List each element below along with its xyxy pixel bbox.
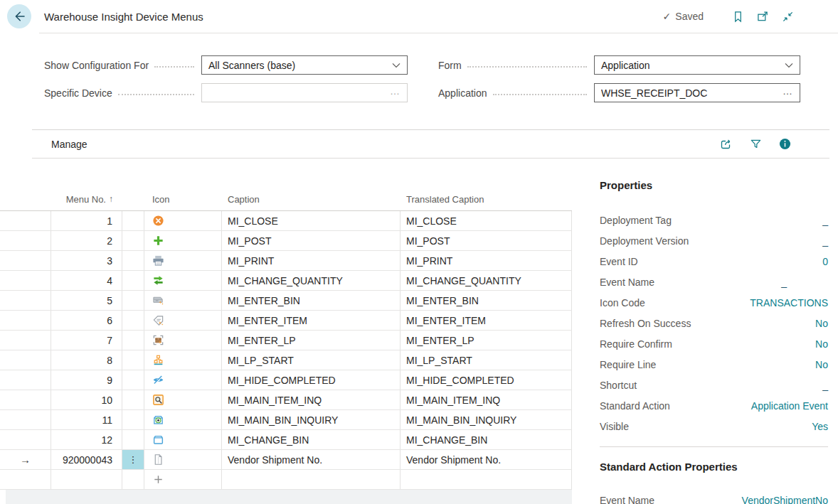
- column-header-translated-caption[interactable]: Translated Caption: [401, 188, 572, 210]
- row-selector-cell[interactable]: [0, 251, 51, 270]
- specific-device-field[interactable]: …: [201, 83, 408, 102]
- row-selector-cell[interactable]: [0, 311, 51, 330]
- popout-button[interactable]: [753, 7, 772, 26]
- translated-caption-cell[interactable]: MI_POST: [401, 231, 572, 250]
- icon-cell[interactable]: [144, 331, 222, 350]
- column-header-caption[interactable]: Caption: [222, 188, 401, 210]
- icon-cell[interactable]: [144, 430, 222, 449]
- property-value[interactable]: 0: [822, 256, 828, 267]
- menu-no-cell[interactable]: 3: [51, 251, 122, 270]
- row-menu-cell[interactable]: [122, 271, 144, 290]
- property-value[interactable]: No: [815, 318, 828, 329]
- translated-caption-cell[interactable]: MI_MAIN_ITEM_INQ: [401, 390, 572, 409]
- caption-cell[interactable]: MI_CHANGE_QUANTITY: [222, 271, 401, 290]
- menu-no-cell[interactable]: 920000043: [51, 450, 122, 469]
- caption-cell[interactable]: MI_ENTER_LP: [222, 331, 401, 350]
- menu-no-cell[interactable]: 11: [51, 410, 122, 429]
- caption-cell[interactable]: MI_POST: [222, 231, 401, 250]
- assist-edit-icon[interactable]: …: [390, 86, 401, 100]
- caption-cell[interactable]: MI_CLOSE: [222, 211, 401, 230]
- row-menu-cell[interactable]: [122, 251, 144, 270]
- row-selector-cell[interactable]: [0, 271, 51, 290]
- translated-caption-cell[interactable]: MI_ENTER_LP: [401, 331, 572, 350]
- caption-cell[interactable]: MI_CHANGE_BIN: [222, 430, 401, 449]
- translated-caption-cell[interactable]: MI_ENTER_BIN: [401, 291, 572, 310]
- menu-no-cell[interactable]: 5: [51, 291, 122, 310]
- collapse-button[interactable]: [778, 7, 797, 26]
- row-menu-cell[interactable]: [122, 470, 144, 489]
- property-value[interactable]: Application Event: [751, 400, 828, 412]
- row-menu-cell[interactable]: [122, 410, 144, 429]
- menu-no-cell[interactable]: 4: [51, 271, 122, 290]
- menu-no-cell[interactable]: [51, 470, 122, 489]
- caption-cell[interactable]: MI_HIDE_COMPLETED: [222, 370, 401, 390]
- row-menu-cell[interactable]: [122, 211, 144, 230]
- row-selector-cell[interactable]: [0, 430, 51, 449]
- back-button[interactable]: [7, 4, 31, 28]
- share-button[interactable]: [717, 135, 736, 154]
- row-selector-cell[interactable]: →: [0, 450, 51, 469]
- bookmark-button[interactable]: [728, 7, 747, 26]
- menu-no-cell[interactable]: 10: [51, 390, 122, 409]
- row-menu-cell[interactable]: [122, 390, 144, 409]
- translated-caption-cell[interactable]: MI_LP_START: [401, 350, 572, 370]
- menu-no-cell[interactable]: 1: [51, 211, 122, 230]
- icon-cell[interactable]: [144, 390, 222, 409]
- manage-menu-button[interactable]: Manage: [51, 139, 87, 150]
- row-menu-cell[interactable]: [122, 291, 144, 310]
- row-selector-cell[interactable]: [0, 211, 51, 230]
- filter-funnel-button[interactable]: [746, 135, 765, 154]
- row-selector-cell[interactable]: [0, 390, 51, 409]
- row-options-menu-button[interactable]: ⋮: [122, 450, 144, 469]
- caption-cell[interactable]: Vendor Shipment No.: [222, 450, 401, 469]
- show-configuration-for-select[interactable]: All Scanners (base): [201, 55, 408, 75]
- row-selector-cell[interactable]: [0, 410, 51, 429]
- menu-no-cell[interactable]: 2: [51, 231, 122, 250]
- icon-cell[interactable]: [144, 291, 222, 310]
- row-menu-cell[interactable]: [122, 331, 144, 350]
- icon-cell[interactable]: [144, 470, 222, 489]
- caption-cell[interactable]: MI_MAIN_ITEM_INQ: [222, 390, 401, 409]
- icon-cell[interactable]: [144, 410, 222, 429]
- caption-cell[interactable]: MI_ENTER_ITEM: [222, 311, 401, 330]
- icon-cell[interactable]: [144, 251, 222, 270]
- menu-no-cell[interactable]: 7: [51, 331, 122, 350]
- caption-cell[interactable]: MI_MAIN_BIN_INQUIRY: [222, 410, 401, 429]
- row-selector-cell[interactable]: [0, 231, 51, 250]
- translated-caption-cell[interactable]: [401, 470, 572, 489]
- row-menu-cell[interactable]: [122, 370, 144, 390]
- menu-no-cell[interactable]: 8: [51, 350, 122, 370]
- property-value[interactable]: No: [815, 359, 828, 370]
- translated-caption-cell[interactable]: MI_MAIN_BIN_INQUIRY: [401, 410, 572, 429]
- caption-cell[interactable]: MI_PRINT: [222, 251, 401, 270]
- icon-cell[interactable]: [144, 370, 222, 390]
- row-menu-cell[interactable]: [122, 350, 144, 370]
- property-value[interactable]: No: [815, 338, 828, 350]
- info-button[interactable]: [775, 135, 794, 154]
- column-header-icon[interactable]: Icon: [144, 188, 222, 210]
- translated-caption-cell[interactable]: MI_HIDE_COMPLETED: [401, 370, 572, 390]
- translated-caption-cell[interactable]: MI_CHANGE_QUANTITY: [401, 271, 572, 290]
- property-value[interactable]: VendorShipmentNo: [742, 495, 828, 504]
- icon-cell[interactable]: [144, 231, 222, 250]
- translated-caption-cell[interactable]: MI_CHANGE_BIN: [401, 430, 572, 449]
- translated-caption-cell[interactable]: MI_CLOSE: [401, 211, 572, 230]
- icon-cell[interactable]: [144, 350, 222, 370]
- icon-cell[interactable]: [144, 271, 222, 290]
- icon-cell[interactable]: [144, 211, 222, 230]
- translated-caption-cell[interactable]: MI_PRINT: [401, 251, 572, 270]
- row-selector-cell[interactable]: [0, 370, 51, 390]
- column-header-menu-no[interactable]: Menu No. ↑: [51, 188, 122, 210]
- row-menu-cell[interactable]: [122, 311, 144, 330]
- row-selector-cell[interactable]: [0, 350, 51, 370]
- translated-caption-cell[interactable]: MI_ENTER_ITEM: [401, 311, 572, 330]
- property-value[interactable]: TRANSACTIONS: [750, 297, 828, 309]
- application-field[interactable]: …: [594, 83, 800, 102]
- translated-caption-cell[interactable]: Vendor Shipment No.: [401, 450, 572, 469]
- row-menu-cell[interactable]: [122, 430, 144, 449]
- row-selector-cell[interactable]: [0, 331, 51, 350]
- form-select[interactable]: Application: [594, 55, 800, 75]
- menu-no-cell[interactable]: 6: [51, 311, 122, 330]
- caption-cell[interactable]: [222, 470, 401, 489]
- caption-cell[interactable]: MI_LP_START: [222, 350, 401, 370]
